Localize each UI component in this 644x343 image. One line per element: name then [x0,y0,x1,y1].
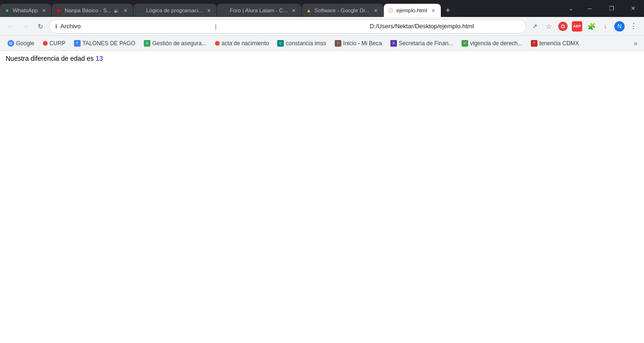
abp-extension-button[interactable]: ABP [570,20,584,33]
tab-alura-prog[interactable]: a Lógica de programaci... ✕ [133,4,216,17]
page-text-value: 13 [96,55,103,62]
bookmarks-more-button[interactable]: » [631,40,640,47]
bookmark-acta[interactable]: acta de nacimiento [211,38,273,49]
page-text-prefix: Nuestra diferencia de edad es [6,55,96,62]
tab-alura-prog-title: Lógica de programaci... [146,8,203,13]
tab-alura-foro[interactable]: a Foro | Alura Latam - C... ✕ [217,4,301,17]
back-button[interactable]: ← [4,20,17,33]
tab-gdrive-title: Software - Google Dr... [314,8,370,13]
address-separator: | [215,23,365,30]
bookmark-curp-label: CURP [50,40,66,47]
whatsapp-favicon-icon: ● [4,7,10,14]
bookmark-talones[interactable]: T TALONES DE PAGO [70,38,139,49]
tab-whatsapp-close[interactable]: ✕ [40,7,48,14]
close-button[interactable]: ✕ [622,0,644,17]
bookmark-inicio-label: Inicio - Mi Beca [343,40,382,47]
tab-youtube[interactable]: ▶ Nanpa Básico - S... 🔉 ✕ [52,4,133,17]
google-favicon-icon: G [8,40,14,47]
extensions-button[interactable]: 🧩 [585,20,598,33]
minimize-button[interactable]: ─ [579,0,601,17]
bookmark-acta-label: acta de nacimiento [222,40,269,47]
tab-ejemplo[interactable]: ⬡ ejemplo.html ✕ [384,4,441,17]
acta-favicon-icon [215,41,220,46]
bookmarks-bar: G Google CURP T TALONES DE PAGO G Gestió… [0,36,644,51]
opera-icon[interactable]: O [556,20,570,33]
bookmark-constancia-label: constancia imss [286,40,326,47]
nav-bar: ← → ↻ ℹ Archivo | D:/Users/Nektar/Deskto… [0,17,644,36]
tab-list-icon[interactable]: ⌄ [567,4,575,13]
bookmark-tenencia-label: tenencia CDMX [539,40,579,47]
abp-badge-icon: ABP [572,21,582,32]
bookmark-vigencia[interactable]: V vigencia de derech... [458,38,526,49]
chrome-menu-button[interactable]: ⋮ [627,20,640,33]
new-tab-button[interactable]: + [441,4,454,17]
bookmark-star-button[interactable]: ☆ [542,20,555,33]
address-protocol: Archivo [60,23,211,30]
bookmark-vigencia-label: vigencia de derech... [470,40,522,47]
tab-ejemplo-title: ejemplo.html [396,8,427,13]
tab-gdrive[interactable]: ▲ Software - Google Dr... ✕ [302,4,383,17]
bookmark-gestion[interactable]: G Gestión de asegura... [140,38,210,49]
constancia-favicon-icon: C [277,40,284,47]
tab-alura-foro-close[interactable]: ✕ [290,7,297,14]
tab-youtube-title: Nanpa Básico - S... [65,8,111,13]
vigencia-favicon-icon: V [462,40,468,47]
bookmark-secretaria-label: Secretaría de Finan... [399,40,453,47]
tab-alura-prog-close[interactable]: ✕ [205,7,213,14]
downloads-icon[interactable]: ↓ [599,20,612,33]
curp-favicon-icon [43,41,48,46]
alura-prog-favicon-icon: a [137,7,144,14]
address-lock-icon: ℹ [55,23,58,30]
alura-foro-favicon-icon: a [221,7,227,14]
bookmark-inicio[interactable]: I Inicio - Mi Beca [331,38,386,49]
ejemplo-favicon-icon: ⬡ [388,7,394,14]
tab-whatsapp[interactable]: ● WhatsApp ✕ [0,4,51,17]
reload-button[interactable]: ↻ [34,20,47,33]
gestion-favicon-icon: G [144,40,150,47]
tab-whatsapp-title: WhatsApp [13,8,38,13]
bookmark-constancia[interactable]: C constancia imss [273,38,330,49]
page-text: Nuestra diferencia de edad es 13 [6,55,638,62]
share-button[interactable]: ↗ [528,20,541,33]
address-url: D:/Users/Nektar/Desktop/ejemplo.html [370,23,520,30]
forward-button[interactable]: → [19,20,32,33]
secretaria-favicon-icon: S [390,40,397,47]
page-content: Nuestra diferencia de edad es 13 [0,51,644,343]
window-controls: ─ ❐ ✕ [579,0,644,17]
talones-favicon-icon: T [74,40,81,47]
youtube-favicon-icon: ▶ [56,7,62,14]
tenencia-favicon-icon: T [531,40,537,47]
bookmark-google[interactable]: G Google [4,38,38,49]
bookmark-talones-label: TALONES DE PAGO [83,40,135,47]
address-bar[interactable]: ℹ Archivo | D:/Users/Nektar/Desktop/ejem… [49,19,526,33]
tab-youtube-close[interactable]: ✕ [122,7,129,14]
bookmark-google-label: Google [16,40,34,47]
maximize-button[interactable]: ❐ [601,0,622,17]
tab-bar: ● WhatsApp ✕ ▶ Nanpa Básico - S... 🔉 ✕ a… [0,0,644,17]
nav-right-actions: ↗ ☆ O ABP 🧩 ↓ N ⋮ [528,20,640,33]
bookmark-gestion-label: Gestión de asegura... [152,40,206,47]
tab-gdrive-close[interactable]: ✕ [372,7,380,14]
tab-youtube-audio-icon: 🔉 [114,8,119,13]
tab-alura-foro-title: Foro | Alura Latam - C... [230,8,288,13]
bookmark-tenencia[interactable]: T tenencia CDMX [527,38,583,49]
tab-ejemplo-close[interactable]: ✕ [429,7,437,14]
inicio-favicon-icon: I [335,40,341,47]
browser-window: ● WhatsApp ✕ ▶ Nanpa Básico - S... 🔉 ✕ a… [0,0,644,343]
profile-button[interactable]: N [613,20,626,33]
tabs-container: ● WhatsApp ✕ ▶ Nanpa Básico - S... 🔉 ✕ a… [0,0,563,17]
bookmark-secretaria[interactable]: S Secretaría de Finan... [387,38,457,49]
tab-controls: ⌄ [563,0,579,17]
profile-avatar: N [614,21,625,32]
bookmark-curp[interactable]: CURP [39,38,69,49]
gdrive-favicon-icon: ▲ [305,7,312,14]
